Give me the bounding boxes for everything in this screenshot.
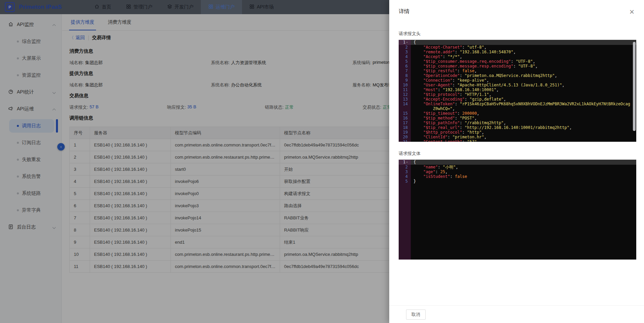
line-number: 17	[399, 120, 411, 125]
code-line: 7 "$tip_restful": false,	[399, 69, 636, 73]
code-text: "Accept": "*/*",	[430, 54, 636, 59]
line-number: 12	[399, 92, 411, 97]
drawer-title: 详情	[399, 8, 409, 14]
code-text: "$tip_consumer.message.req.encoding": "U…	[430, 59, 636, 64]
close-icon[interactable]: ✕	[628, 9, 635, 16]
line-number: 21	[399, 139, 411, 142]
line-number: 14	[399, 102, 411, 111]
line-number: 13	[399, 97, 411, 102]
code-text: "age": 25,	[430, 169, 636, 174]
code-text: "$tip_real_url": "http://192.168.16.140:…	[430, 125, 636, 130]
code-text: "Accept-Encoding": "gzip,deflate",	[430, 97, 636, 102]
drawer-mask[interactable]	[0, 0, 389, 323]
line-number: 1▾	[399, 160, 411, 165]
fold-caret-icon[interactable]: ▾	[406, 161, 408, 164]
code-text: {	[430, 160, 636, 165]
code-text: "$http_protocol": "http",	[430, 130, 636, 135]
code-text: "remote.addr": "192.168.16.140:54870",	[430, 50, 636, 54]
code-line: 13 "Accept-Encoding": "gzip,deflate",	[399, 97, 636, 102]
request-body-label: 请求报文体	[399, 151, 636, 157]
request-header-editor[interactable]: 1▾{2 "Accept-Charset": "utf-8",3 "remote…	[399, 40, 636, 142]
code-line: 12 "$tip_protocol": "HTTP/1.1",	[399, 92, 636, 97]
code-line: 2 "name": "小明",	[399, 165, 636, 169]
code-text: "isStudent": false	[430, 174, 636, 179]
line-number: 16	[399, 116, 411, 120]
line-number: 10	[399, 83, 411, 87]
line-number: 5	[399, 179, 411, 184]
code-text: "Accept-Charset": "utf-8",	[430, 45, 636, 50]
editor-scrollbar[interactable]	[633, 42, 636, 131]
cancel-button[interactable]: 取消	[406, 309, 426, 320]
line-number: 5	[399, 59, 411, 64]
fold-caret-icon[interactable]: ▾	[406, 41, 408, 44]
code-text: "OnlineToken": "rP1Sk46zpCBaH5vPK68hq5xN…	[430, 102, 636, 111]
code-text: "$tip_method": "POST",	[430, 116, 636, 120]
code-text: "$tip_pathInfo": "/rabbitmq2http",	[430, 120, 636, 125]
line-number: 7	[399, 69, 411, 73]
line-number: 18	[399, 125, 411, 130]
code-text: "OperationCode": "primeton.oa.MQService.…	[430, 73, 636, 78]
drawer-body: 请求报文头 1▾{2 "Accept-Charset": "utf-8",3 "…	[389, 15, 644, 305]
code-text: "User-Agent": "Apache-HttpClient/4.5.13 …	[430, 83, 636, 87]
code-line: 11 "Host": "192.168.16.140:10001",	[399, 87, 636, 92]
code-line: 2 "Accept-Charset": "utf-8",	[399, 45, 636, 50]
line-number: 19	[399, 130, 411, 135]
code-line: 19 "$http_protocol": "http",	[399, 130, 636, 135]
code-line: 5}	[399, 179, 636, 184]
request-body-editor[interactable]: 1▾{2 "name": "小明",3 "age": 25,4 "isStude…	[399, 160, 636, 260]
code-line: 18 "$tip_real_url": "http://192.168.16.1…	[399, 125, 636, 130]
code-text: "ClientId": "primeton.hr",	[430, 135, 636, 139]
line-number: 11	[399, 87, 411, 92]
code-text: "$tip_protocol": "HTTP/1.1",	[430, 92, 636, 97]
code-text: "$tip_timeout": 200000,	[430, 111, 636, 116]
line-number: 6	[399, 64, 411, 69]
code-line: 20 "ClientId": "primeton.hr",	[399, 135, 636, 139]
line-number: 9	[399, 78, 411, 83]
code-text: "$tip_consumer.message.resp.encoding": "…	[430, 64, 636, 69]
line-number: 2	[399, 165, 411, 169]
code-line: 3 "remote.addr": "192.168.16.140:54870",	[399, 50, 636, 54]
line-number: 3	[399, 50, 411, 54]
code-line: 4 "isStudent": false	[399, 174, 636, 179]
code-line: 6 "$tip_consumer.message.resp.encoding":…	[399, 64, 636, 69]
drawer-footer: 取消	[389, 305, 644, 323]
line-number: 20	[399, 135, 411, 139]
code-line: 9 "Connection": "keep-alive",	[399, 78, 636, 83]
line-number: 4	[399, 54, 411, 59]
code-line: 17 "$tip_pathInfo": "/rabbitmq2http",	[399, 120, 636, 125]
request-header-label: 请求报文头	[399, 31, 636, 37]
code-text: "Host": "192.168.16.140:10001",	[430, 87, 636, 92]
code-text: {	[430, 40, 636, 45]
line-number: 4	[399, 174, 411, 179]
app-root: P Primeton iPaaS 首页管理门户开发门户运维门户API市场 API…	[0, 0, 644, 323]
drawer-header: 详情 ✕	[389, 0, 644, 15]
code-line: 1▾{	[399, 160, 636, 165]
code-line: 5 "$tip_consumer.message.req.encoding": …	[399, 59, 636, 64]
line-number: 15	[399, 111, 411, 116]
line-number: 8	[399, 73, 411, 78]
details-drawer: 详情 ✕ 请求报文头 1▾{2 "Accept-Charset": "utf-8…	[389, 0, 644, 323]
code-line: 1▾{	[399, 40, 636, 45]
code-line: 16 "$tip_method": "POST",	[399, 116, 636, 120]
code-text: "name": "小明",	[430, 165, 636, 169]
code-text: "Connection": "keep-alive",	[430, 78, 636, 83]
line-number: 3	[399, 169, 411, 174]
code-line: 8 "OperationCode": "primeton.oa.MQServic…	[399, 73, 636, 78]
code-text: "$tip_restful": false,	[430, 69, 636, 73]
line-number: 1▾	[399, 40, 411, 45]
code-line: 15 "$tip_timeout": 200000,	[399, 111, 636, 116]
code-line: 10 "User-Agent": "Apache-HttpClient/4.5.…	[399, 83, 636, 87]
line-number: 2	[399, 45, 411, 50]
code-line: 4 "Accept": "*/*",	[399, 54, 636, 59]
code-text: }	[430, 179, 636, 184]
code-line: 3 "age": 25,	[399, 169, 636, 174]
code-line: 14 "OnlineToken": "rP1Sk46zpCBaH5vPK68hq…	[399, 102, 636, 111]
code-line: 21 "Content-Length": "57"	[399, 139, 636, 142]
code-text: "Content-Length": "57"	[430, 139, 636, 142]
